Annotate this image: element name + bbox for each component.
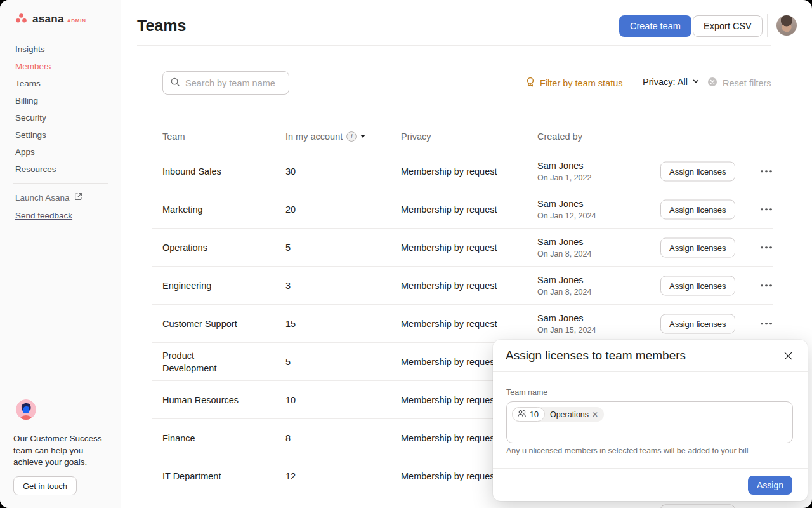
customer-success-icon xyxy=(16,399,36,420)
create-team-button[interactable]: Create team xyxy=(619,15,691,37)
reset-filters-label: Reset filters xyxy=(723,78,771,88)
creation-date: On Jan 1, 2022 xyxy=(537,173,591,182)
filter-by-team-status-label: Filter by team status xyxy=(540,78,623,88)
created-by-cell: Sam Jones On Jan 8, 2024 xyxy=(537,275,591,297)
team-name-cell[interactable]: Operations xyxy=(162,241,245,254)
team-name-cell[interactable]: Human Resources xyxy=(162,394,245,406)
assign-licenses-button[interactable]: Assign licenses xyxy=(660,161,735,181)
member-count-cell: 5 xyxy=(285,243,291,253)
award-icon xyxy=(525,77,535,90)
table-row: Customer Support 15 Membership by reques… xyxy=(152,305,773,343)
admin-badge: ADMIN xyxy=(67,18,86,23)
team-name-cell[interactable]: Marketing xyxy=(162,203,245,216)
sort-caret-icon xyxy=(360,135,365,138)
creation-date: On Jan 12, 2024 xyxy=(537,211,596,220)
privacy-cell: Membership by request xyxy=(401,166,497,177)
sidebar-item-members[interactable]: Members xyxy=(0,58,121,75)
row-menu-button[interactable] xyxy=(761,208,772,211)
sidebar-item-teams[interactable]: Teams xyxy=(0,75,121,92)
info-icon[interactable]: i xyxy=(346,131,357,142)
column-header-in-my-account-label: In my account xyxy=(285,131,343,142)
modal-title: Assign licenses to team members xyxy=(506,349,686,363)
sidebar-item-apps[interactable]: Apps xyxy=(0,144,121,161)
circle-x-icon xyxy=(707,77,717,89)
team-name-field-label: Team name xyxy=(506,388,792,397)
assign-licenses-button[interactable]: Assign licenses xyxy=(660,237,735,257)
created-by-cell: Sam Jones On Jan 15, 2024 xyxy=(537,313,596,335)
creator-name: Sam Jones xyxy=(537,237,591,247)
creation-date: On Jan 8, 2024 xyxy=(537,250,591,258)
privacy-cell: Membership by request xyxy=(401,433,497,443)
modal-header: Assign licenses to team members xyxy=(493,340,808,372)
chevron-down-icon xyxy=(692,77,700,87)
asana-logo[interactable]: asana ADMIN xyxy=(15,13,86,25)
row-menu-button[interactable] xyxy=(761,246,772,249)
table-row: Operations 5 Membership by request Sam J… xyxy=(152,229,773,267)
assign-licenses-button[interactable]: Assign licenses xyxy=(660,504,735,508)
chip-team-name: Operations xyxy=(550,410,589,419)
sidebar-divider xyxy=(13,183,108,184)
table-row: Engineering 3 Membership by request Sam … xyxy=(152,267,773,305)
privacy-filter-dropdown[interactable]: Privacy: All xyxy=(643,77,700,87)
column-header-created-by: Created by xyxy=(537,131,582,142)
chip-count-value: 10 xyxy=(530,410,539,419)
privacy-cell: Membership by request xyxy=(401,395,497,405)
team-search[interactable] xyxy=(162,71,289,95)
member-count-cell: 20 xyxy=(285,204,296,215)
creator-name: Sam Jones xyxy=(537,313,596,323)
row-menu-button[interactable] xyxy=(761,284,772,287)
column-header-team: Team xyxy=(162,131,185,142)
member-count-cell: 5 xyxy=(285,357,291,367)
team-name-cell[interactable]: IT Department xyxy=(162,470,245,483)
column-header-in-my-account[interactable]: In my account i xyxy=(285,131,365,142)
sidebar-item-settings[interactable]: Settings xyxy=(0,126,121,144)
assign-licenses-button[interactable]: Assign licenses xyxy=(660,276,735,295)
send-feedback-link[interactable]: Send feedback xyxy=(15,211,82,220)
assign-licenses-button[interactable]: Assign licenses xyxy=(660,314,735,333)
creator-name: Sam Jones xyxy=(537,161,591,171)
user-avatar[interactable] xyxy=(776,15,797,36)
sidebar-item-security[interactable]: Security xyxy=(0,109,121,126)
page-title: Teams xyxy=(137,17,186,35)
sidebar-item-resources[interactable]: Resources xyxy=(0,161,121,178)
creation-date: On Jan 15, 2024 xyxy=(537,326,596,335)
privacy-cell: Membership by request xyxy=(401,471,497,481)
assign-button[interactable]: Assign xyxy=(748,476,792,495)
created-by-cell: Sam Jones On Jan 12, 2024 xyxy=(537,199,596,220)
creator-name: Sam Jones xyxy=(537,275,591,285)
privacy-cell: Membership by request xyxy=(401,204,497,215)
sidebar-item-billing[interactable]: Billing xyxy=(0,92,121,109)
team-chip-count: 10 xyxy=(512,407,545,422)
sidebar-item-insights[interactable]: Insights xyxy=(0,41,121,58)
creation-date: On Jan 8, 2024 xyxy=(537,288,591,297)
launch-asana-link[interactable]: Launch Asana xyxy=(15,192,82,203)
reset-filters-button[interactable]: Reset filters xyxy=(707,77,771,89)
brand-name: asana xyxy=(32,13,64,25)
team-name-cell[interactable]: Engineering xyxy=(162,279,245,292)
table-row: Inbound Sales 30 Membership by request S… xyxy=(152,152,773,190)
search-input[interactable] xyxy=(185,78,280,88)
team-name-cell[interactable]: Product Development xyxy=(162,349,245,375)
assign-licenses-button[interactable]: Assign licenses xyxy=(660,199,735,219)
launch-asana-label: Launch Asana xyxy=(15,193,70,203)
member-count-cell: 15 xyxy=(285,319,296,329)
team-name-input[interactable]: 10 Operations ✕ xyxy=(506,401,793,443)
chip-remove-icon[interactable]: ✕ xyxy=(592,411,598,418)
external-link-icon xyxy=(74,192,82,203)
sidebar-nav: InsightsMembersTeamsBillingSecuritySetti… xyxy=(0,41,121,178)
privacy-cell: Membership by request xyxy=(401,357,497,367)
member-count-cell: 30 xyxy=(285,166,296,177)
get-in-touch-button[interactable]: Get in touch xyxy=(13,476,77,495)
export-csv-button[interactable]: Export CSV xyxy=(693,15,763,37)
row-menu-button[interactable] xyxy=(761,323,772,325)
asana-logo-icon xyxy=(15,13,28,25)
created-by-cell: Sam Jones On Jan 8, 2024 xyxy=(537,237,591,258)
row-menu-button[interactable] xyxy=(761,170,772,173)
team-name-cell[interactable]: Inbound Sales xyxy=(162,165,245,178)
member-count-cell: 12 xyxy=(285,471,296,481)
team-name-cell[interactable]: Finance xyxy=(162,432,245,444)
team-name-cell[interactable]: Customer Support xyxy=(162,318,245,330)
close-icon[interactable] xyxy=(781,349,795,363)
filter-by-team-status-button[interactable]: Filter by team status xyxy=(525,77,623,90)
header-divider xyxy=(137,45,771,46)
